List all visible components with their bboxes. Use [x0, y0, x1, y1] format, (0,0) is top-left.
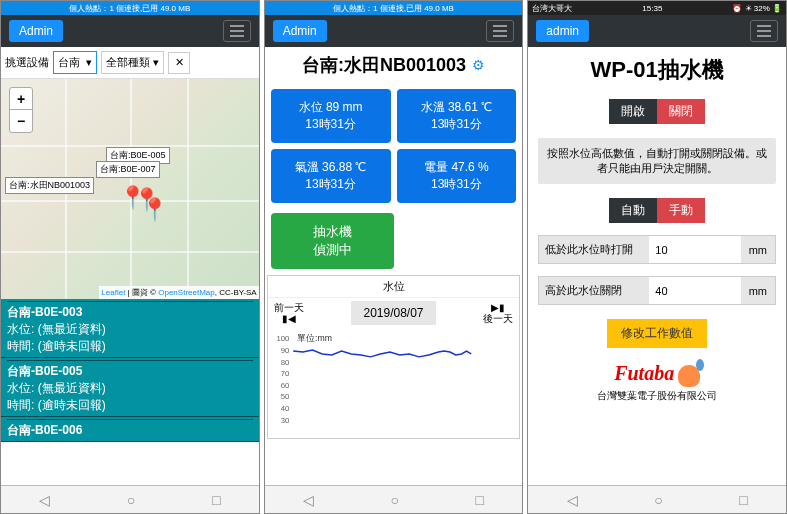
recent-icon[interactable]: □: [212, 492, 220, 508]
back-icon[interactable]: ◁: [39, 492, 50, 508]
back-icon[interactable]: ◁: [567, 492, 578, 508]
mode-toggle: 自動 手動: [528, 198, 786, 223]
admin-button[interactable]: Admin: [9, 20, 63, 42]
page-title: WP-01抽水機: [528, 47, 786, 93]
zoom-out-button[interactable]: −: [10, 110, 32, 132]
marker-label[interactable]: 台南:B0E-007: [96, 161, 160, 178]
off-button[interactable]: 關閉: [657, 99, 705, 124]
app-header: Admin: [265, 15, 523, 47]
metrics-grid: 水位 89 mm13時31分 水溫 38.61 ℃13時31分 氣溫 36.88…: [265, 83, 523, 209]
unit-label: mm: [741, 236, 775, 263]
home-icon[interactable]: ○: [654, 492, 662, 508]
footer-logo: Futaba 台灣雙葉電子股份有限公司: [528, 362, 786, 403]
chart-panel: 水位 前一天▮◀ 2019/08/07 ▶▮後一天 1009080 706050…: [267, 275, 521, 439]
content: 挑選設備 台南 ▾ 全部種類 ▾ ✕ + − 台南:B0E-005 台南:B0E…: [1, 47, 259, 485]
threshold-low-input[interactable]: 10: [649, 236, 740, 263]
status-bar: 個人熱點：1 個連接,已用 49.0 MB: [1, 1, 259, 15]
list-item[interactable]: 台南-B0E-006: [1, 417, 259, 442]
metric-card-air-temp[interactable]: 氣溫 36.88 ℃13時31分: [271, 149, 391, 203]
content: 台南:水田NB001003 ⚙ 水位 89 mm13時31分 水溫 38.61 …: [265, 47, 523, 485]
list-item-title: 台南-B0E-003: [7, 301, 253, 321]
phone-screen-2: 個人熱點：1 個連接,已用 49.0 MB Admin 台南:水田NB00100…: [264, 0, 524, 514]
chart-title: 水位: [268, 276, 520, 298]
threshold-low-row: 低於此水位時打開 10 mm: [538, 235, 776, 264]
threshold-label: 低於此水位時打開: [539, 236, 649, 263]
list-item-title: 台南-B0E-006: [7, 419, 253, 439]
osm-link[interactable]: OpenStreetMap: [158, 288, 214, 297]
brand-name: Futaba: [614, 362, 674, 384]
svg-text:30: 30: [280, 416, 289, 425]
admin-button[interactable]: admin: [536, 20, 589, 42]
device-title: 台南:水田NB001003: [302, 53, 466, 77]
list-item-time: 時間: (逾時未回報): [7, 338, 253, 355]
list-item-water: 水位: (無最近資料): [7, 321, 253, 338]
device-list: 台南-B0E-003 水位: (無最近資料) 時間: (逾時未回報) 台南-B0…: [1, 299, 259, 442]
on-button[interactable]: 開啟: [609, 99, 657, 124]
manual-button[interactable]: 手動: [657, 198, 705, 223]
status-bar: 台湾大哥大 15:35 ⏰ ☀ 32% 🔋: [528, 1, 786, 15]
svg-text:50: 50: [280, 392, 289, 401]
menu-icon[interactable]: [750, 20, 778, 42]
nav-softkeys: ◁ ○ □: [265, 485, 523, 513]
map[interactable]: + − 台南:B0E-005 台南:B0E-007 台南:水田NB001003 …: [1, 79, 259, 299]
metric-card-water-temp[interactable]: 水溫 38.61 ℃13時31分: [397, 89, 517, 143]
gear-icon[interactable]: ⚙: [472, 57, 485, 73]
recent-icon[interactable]: □: [739, 492, 747, 508]
threshold-high-input[interactable]: 40: [649, 277, 740, 304]
map-attribution: Leaflet | 圖資 © OpenStreetMap, CC-BY-SA: [99, 286, 258, 299]
zoom-control: + −: [9, 87, 33, 133]
svg-text:60: 60: [280, 381, 289, 390]
list-item-time: 時間: (逾時未回報): [7, 397, 253, 414]
status-bar: 個人熱點：1 個連接,已用 49.0 MB: [265, 1, 523, 15]
metric-card-battery[interactable]: 電量 47.6 %13時31分: [397, 149, 517, 203]
home-icon[interactable]: ○: [127, 492, 135, 508]
chart-unit-label: 單位:mm: [297, 333, 332, 343]
recent-icon[interactable]: □: [476, 492, 484, 508]
home-icon[interactable]: ○: [391, 492, 399, 508]
svg-text:40: 40: [280, 404, 289, 413]
type-select[interactable]: 全部種類 ▾: [101, 51, 164, 74]
threshold-label: 高於此水位關閉: [539, 277, 649, 304]
auto-button[interactable]: 自動: [609, 198, 657, 223]
prev-day-button[interactable]: 前一天▮◀: [274, 303, 304, 324]
date-display[interactable]: 2019/08/07: [351, 301, 435, 325]
filter-label: 挑選設備: [5, 55, 49, 70]
line-chart: 1009080 706050 4030 單位:mm: [268, 328, 520, 438]
marker-label[interactable]: 台南:水田NB001003: [5, 177, 94, 194]
svg-text:70: 70: [280, 369, 289, 378]
list-item-title: 台南-B0E-005: [7, 360, 253, 380]
app-header: admin: [528, 15, 786, 47]
company-name: 台灣雙葉電子股份有限公司: [528, 389, 786, 403]
admin-button[interactable]: Admin: [273, 20, 327, 42]
menu-icon[interactable]: [486, 20, 514, 42]
clear-button[interactable]: ✕: [168, 52, 190, 74]
pump-status-button[interactable]: 抽水機偵測中: [271, 213, 394, 269]
phone-screen-1: 個人熱點：1 個連接,已用 49.0 MB Admin 挑選設備 台南 ▾ 全部…: [0, 0, 260, 514]
filter-bar: 挑選設備 台南 ▾ 全部種類 ▾ ✕: [1, 47, 259, 79]
next-day-button[interactable]: ▶▮後一天: [483, 303, 513, 324]
description: 按照水位高低數值，自動打開或關閉設備。或者只能由用戶決定開關。: [538, 138, 776, 184]
list-item-water: 水位: (無最近資料): [7, 380, 253, 397]
back-icon[interactable]: ◁: [303, 492, 314, 508]
nav-softkeys: ◁ ○ □: [528, 485, 786, 513]
phone-screen-3: 台湾大哥大 15:35 ⏰ ☀ 32% 🔋 admin WP-01抽水機 開啟 …: [527, 0, 787, 514]
svg-text:100: 100: [276, 334, 289, 343]
mascot-icon: [678, 365, 700, 387]
power-toggle: 開啟 關閉: [528, 99, 786, 124]
list-item[interactable]: 台南-B0E-005 水位: (無最近資料) 時間: (逾時未回報): [1, 358, 259, 417]
threshold-high-row: 高於此水位關閉 40 mm: [538, 276, 776, 305]
svg-text:90: 90: [280, 346, 289, 355]
leaflet-link[interactable]: Leaflet: [101, 288, 125, 297]
region-select[interactable]: 台南 ▾: [53, 51, 97, 74]
metric-card-water-level[interactable]: 水位 89 mm13時31分: [271, 89, 391, 143]
app-header: Admin: [1, 15, 259, 47]
nav-softkeys: ◁ ○ □: [1, 485, 259, 513]
map-marker-icon[interactable]: 📍: [141, 197, 168, 223]
content: WP-01抽水機 開啟 關閉 按照水位高低數值，自動打開或關閉設備。或者只能由用…: [528, 47, 786, 485]
menu-icon[interactable]: [223, 20, 251, 42]
modify-button[interactable]: 修改工作數值: [607, 319, 707, 348]
list-item[interactable]: 台南-B0E-003 水位: (無最近資料) 時間: (逾時未回報): [1, 299, 259, 358]
unit-label: mm: [741, 277, 775, 304]
svg-text:80: 80: [280, 358, 289, 367]
zoom-in-button[interactable]: +: [10, 88, 32, 110]
